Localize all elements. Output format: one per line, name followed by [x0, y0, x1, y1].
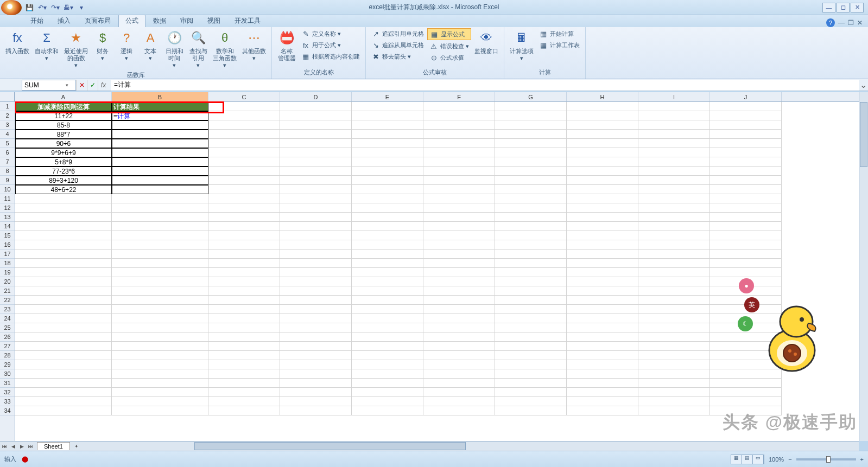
tab-review[interactable]: 审阅 [174, 15, 200, 27]
cell-G31[interactable] [495, 379, 567, 388]
cell-E23[interactable] [352, 305, 423, 314]
cell-D11[interactable] [280, 194, 352, 203]
cell-G29[interactable] [495, 360, 567, 369]
cell-H21[interactable] [567, 286, 638, 296]
cell-G33[interactable] [495, 397, 567, 406]
cell-C28[interactable] [208, 351, 280, 360]
cell-H22[interactable] [567, 296, 638, 305]
horizontal-scrollbar[interactable] [185, 441, 859, 451]
cell-J16[interactable] [710, 240, 782, 250]
cell-I16[interactable] [638, 240, 710, 250]
ribbon-btn-0-6[interactable]: 🕐日期和 时间 ▾ [163, 28, 186, 70]
cell-B26[interactable] [112, 332, 208, 342]
cell-F20[interactable] [423, 277, 495, 286]
formula-input[interactable]: =计算 [111, 80, 859, 91]
cell-G26[interactable] [495, 332, 567, 342]
accept-formula-icon[interactable]: ✓ [87, 80, 98, 91]
cell-H23[interactable] [567, 305, 638, 314]
cell-H34[interactable] [567, 406, 638, 415]
cell-E19[interactable] [352, 268, 423, 277]
cell-B31[interactable] [112, 379, 208, 388]
cell-G28[interactable] [495, 351, 567, 360]
cell-G20[interactable] [495, 277, 567, 286]
cell-J19[interactable] [710, 268, 782, 277]
cell-G10[interactable] [495, 185, 567, 194]
cell-I14[interactable] [638, 222, 710, 231]
cell-I23[interactable] [638, 305, 710, 314]
cell-D16[interactable] [280, 240, 352, 250]
cell-A12[interactable] [15, 203, 112, 213]
cell-B8[interactable] [112, 167, 208, 176]
row-header-10[interactable]: 10 [0, 185, 15, 194]
ribbon-btn-0-5[interactable]: A文本 ▾ [139, 28, 162, 63]
cell-F28[interactable] [423, 351, 495, 360]
cell-I27[interactable] [638, 342, 710, 351]
cell-G15[interactable] [495, 231, 567, 240]
cell-F26[interactable] [423, 332, 495, 342]
cell-C16[interactable] [208, 240, 280, 250]
cell-E34[interactable] [352, 406, 423, 415]
cell-D14[interactable] [280, 222, 352, 231]
save-icon[interactable]: 💾 [24, 2, 35, 13]
ribbon-small-3-0[interactable]: ▦开始计算 [537, 28, 582, 39]
cell-C31[interactable] [208, 379, 280, 388]
cell-G16[interactable] [495, 240, 567, 250]
cell-A1[interactable]: 加减乘除四则运算 [15, 102, 112, 111]
cell-E33[interactable] [352, 397, 423, 406]
cell-D10[interactable] [280, 185, 352, 194]
cell-E27[interactable] [352, 342, 423, 351]
cell-H7[interactable] [567, 157, 638, 167]
cell-D6[interactable] [280, 148, 352, 157]
cell-D9[interactable] [280, 176, 352, 185]
row-header-6[interactable]: 6 [0, 148, 15, 157]
cell-A29[interactable] [15, 360, 112, 369]
cell-D5[interactable] [280, 139, 352, 148]
sheet-nav-next-icon[interactable]: ▶ [17, 442, 26, 451]
row-header-15[interactable]: 15 [0, 231, 15, 240]
col-header-D[interactable]: D [280, 92, 352, 101]
cell-A15[interactable] [15, 231, 112, 240]
macro-record-icon[interactable]: ⬤ [22, 456, 28, 463]
cell-G18[interactable] [495, 259, 567, 268]
cell-B9[interactable] [112, 176, 208, 185]
cell-F9[interactable] [423, 176, 495, 185]
cell-H31[interactable] [567, 379, 638, 388]
cell-D18[interactable] [280, 259, 352, 268]
cell-I21[interactable] [638, 286, 710, 296]
row-header-7[interactable]: 7 [0, 157, 15, 167]
cell-I20[interactable] [638, 277, 710, 286]
cell-F2[interactable] [423, 111, 495, 120]
cell-J29[interactable] [710, 360, 782, 369]
ribbon-small-2-1-1[interactable]: ⚠错误检查 ▾ [427, 41, 471, 52]
cell-C15[interactable] [208, 231, 280, 240]
col-header-J[interactable]: J [710, 92, 782, 101]
grid-body[interactable]: ABCDEFGHIJ 加减乘除四则运算计算结果11+22=计算85-888*79… [15, 92, 868, 441]
cell-A19[interactable] [15, 268, 112, 277]
vertical-scrollbar[interactable] [859, 92, 868, 441]
cell-H9[interactable] [567, 176, 638, 185]
cell-B34[interactable] [112, 406, 208, 415]
cell-E28[interactable] [352, 351, 423, 360]
qat-dropdown-icon[interactable]: ▾ [76, 2, 87, 13]
cell-I29[interactable] [638, 360, 710, 369]
cell-A10[interactable]: 48÷6+22 [15, 185, 112, 194]
row-header-33[interactable]: 33 [0, 397, 15, 406]
tab-home[interactable]: 开始 [24, 15, 50, 27]
cell-A8[interactable]: 77-23*6 [15, 167, 112, 176]
cell-G17[interactable] [495, 250, 567, 259]
ribbon-btn-0-1[interactable]: Σ自动求和 ▾ [33, 28, 61, 63]
cell-J1[interactable] [710, 102, 782, 111]
cell-G13[interactable] [495, 213, 567, 222]
row-header-34[interactable]: 34 [0, 406, 15, 415]
cell-C33[interactable] [208, 397, 280, 406]
cell-B18[interactable] [112, 259, 208, 268]
cell-G6[interactable] [495, 148, 567, 157]
sheet-nav-last-icon[interactable]: ⏭ [26, 442, 35, 451]
cell-D34[interactable] [280, 406, 352, 415]
sheet-tab-1[interactable]: Sheet1 [37, 442, 70, 450]
ribbon-big-3[interactable]: 🖩计算选项 ▾ [508, 28, 536, 63]
cell-B19[interactable] [112, 268, 208, 277]
cell-A28[interactable] [15, 351, 112, 360]
cell-F10[interactable] [423, 185, 495, 194]
cell-I13[interactable] [638, 213, 710, 222]
